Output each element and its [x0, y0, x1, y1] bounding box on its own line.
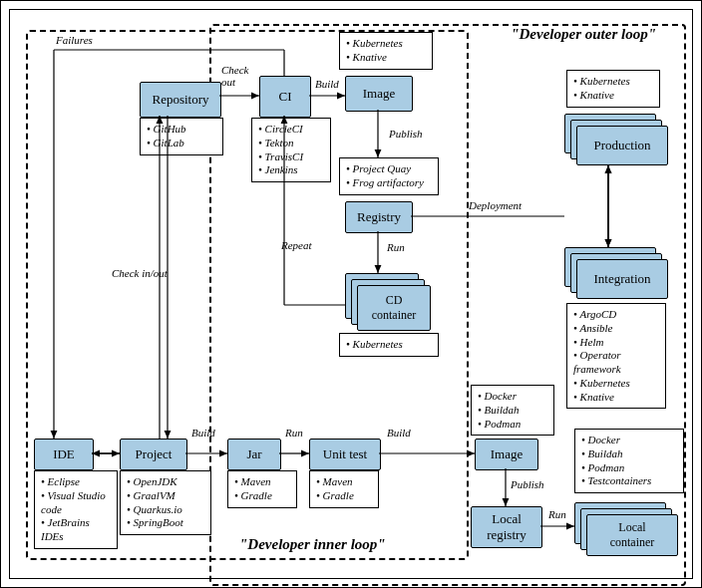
node-integration: Integration [576, 259, 668, 299]
notes-ci: CircleCITektonTravisCIJenkins [251, 118, 331, 182]
label-check-in-out: Check in/out [112, 267, 168, 279]
label-deployment: Deployment [469, 199, 522, 211]
label-run-inner: Run [285, 427, 303, 439]
notes-jar: MavenGradle [227, 470, 297, 508]
node-integration-stack: Integration [564, 247, 666, 299]
label-failures: Failures [56, 34, 93, 46]
outer-loop-title: "Developer outer loop" [511, 26, 656, 43]
notes-local-container-top: DockerBuildahPodmanTestcontainers [574, 429, 684, 493]
label-build-inner1: Build [191, 427, 215, 439]
node-repository: Repository [140, 82, 221, 118]
node-production: Production [576, 126, 668, 165]
label-run-outer: Run [387, 241, 405, 253]
node-local-container: Local container [586, 514, 678, 556]
node-unit-test: Unit test [309, 439, 381, 470]
notes-repository: GitHubGitLab [140, 118, 223, 155]
notes-unit-test: MavenGradle [309, 470, 379, 508]
label-build-outer: Build [315, 78, 339, 90]
diagram-inner: "Developer outer loop" "Developer inner … [9, 9, 693, 579]
node-image-inner: Image [475, 439, 538, 470]
node-local-container-stack: Local container [574, 502, 678, 556]
notes-project: OpenJDKGraalVMQuarkus.ioSpringBoot [120, 470, 211, 535]
node-registry: Registry [345, 201, 413, 233]
node-ide: IDE [34, 439, 94, 470]
node-production-stack: Production [564, 114, 666, 165]
notes-registry-top: Project QuayFrog artifactory [339, 157, 439, 195]
label-build-inner2: Build [387, 427, 411, 439]
node-ci: CI [259, 76, 311, 118]
diagram-frame: "Developer outer loop" "Developer inner … [0, 0, 702, 588]
notes-production-top: KubernetesKnative [566, 70, 660, 108]
label-run-local: Run [548, 508, 566, 520]
label-check-out: Check out [221, 64, 248, 88]
node-project: Project [120, 439, 187, 470]
notes-integration: ArgoCDAnsibleHelmOperator frameworkKuber… [566, 303, 666, 409]
node-image-outer: Image [345, 76, 413, 112]
notes-ide: EclipseVisual Studio codeJetBrains IDEs [34, 470, 118, 549]
label-publish-inner: Publish [511, 478, 544, 490]
node-jar: Jar [227, 439, 281, 470]
notes-image-inner-top: DockerBuildahPodman [471, 385, 554, 436]
inner-loop-title: "Developer inner loop" [239, 536, 386, 553]
node-local-registry: Local registry [471, 506, 542, 548]
notes-cd-container: Kubernetes [339, 333, 439, 357]
label-repeat: Repeat [281, 239, 312, 251]
notes-image-outer-top: KubernetesKnative [339, 32, 433, 70]
node-cd-container-stack: CD container [345, 273, 429, 329]
node-cd-container: CD container [357, 285, 431, 331]
label-publish-outer: Publish [389, 128, 423, 140]
